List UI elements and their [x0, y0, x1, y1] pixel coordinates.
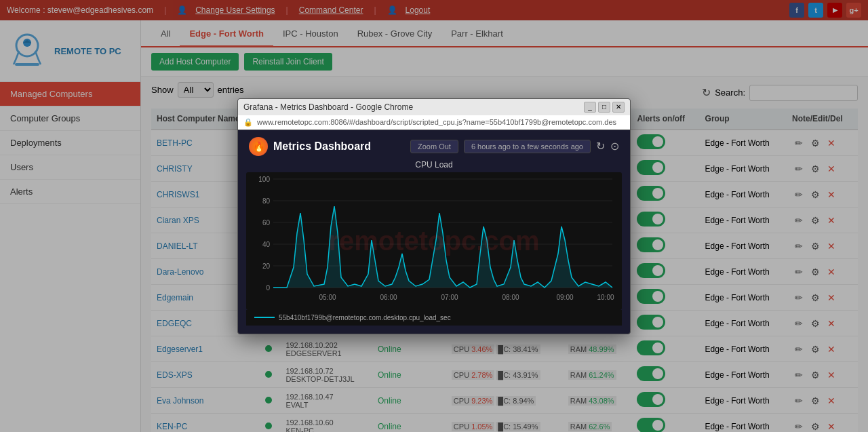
cpu-chart: 100 80 60 40 20 0 05:00 06:00 07:00 08:0…	[246, 172, 623, 308]
svg-text:09:00: 09:00	[556, 294, 573, 301]
legend-line	[254, 317, 275, 318]
window-close-button[interactable]: ✕	[612, 102, 625, 113]
legend-text: 55b410bf1799b@remotetopc.com.desktop.cpu…	[279, 314, 451, 321]
grafana-flame-icon: 🔥	[249, 137, 268, 156]
grafana-dashboard-title: Metrics Dashboard	[273, 140, 371, 153]
window-minimize-button[interactable]: _	[584, 102, 596, 113]
chart-legend: 55b410bf1799b@remotetopc.com.desktop.cpu…	[246, 310, 622, 326]
window-maximize-button[interactable]: □	[598, 102, 610, 113]
grafana-menu-icon[interactable]: ⊙	[610, 140, 619, 153]
svg-text:07:00: 07:00	[441, 294, 458, 301]
svg-text:40: 40	[262, 241, 271, 248]
zoom-out-button[interactable]: Zoom Out	[410, 140, 458, 153]
grafana-overlay[interactable]: Grafana - Metrics Dashboard - Google Chr…	[0, 0, 868, 432]
cpu-load-label: CPU Load	[246, 160, 622, 170]
svg-marker-21	[273, 206, 612, 288]
address-text: www.remotetopc.com:8086/#/dashboard/scri…	[257, 118, 616, 126]
svg-text:0: 0	[266, 284, 270, 292]
refresh-grafana-icon[interactable]: ↻	[596, 140, 605, 153]
svg-text:08:00: 08:00	[502, 294, 519, 301]
svg-text:100: 100	[258, 176, 270, 183]
grafana-window: Grafana - Metrics Dashboard - Google Chr…	[237, 98, 631, 334]
lock-icon: 🔒	[243, 118, 253, 127]
grafana-titlebar: Grafana - Metrics Dashboard - Google Chr…	[238, 99, 630, 115]
grafana-title-text: Grafana - Metrics Dashboard - Google Chr…	[243, 102, 578, 112]
grafana-chart-container: CPU Load remotetopc.com 100 80 60 40	[238, 160, 630, 334]
chart-area: remotetopc.com 100 80 60 40 20 0	[246, 172, 622, 310]
svg-text:20: 20	[262, 262, 271, 270]
grafana-addressbar: 🔒 www.remotetopc.com:8086/#/dashboard/sc…	[238, 115, 630, 130]
svg-text:60: 60	[262, 219, 271, 227]
grafana-header: 🔥 Metrics Dashboard Zoom Out 6 hours ago…	[238, 130, 630, 160]
svg-text:80: 80	[262, 197, 271, 205]
time-range-label: 6 hours ago to a few seconds ago	[464, 140, 591, 153]
svg-text:06:00: 06:00	[380, 294, 397, 301]
svg-text:10:00: 10:00	[597, 294, 614, 301]
svg-text:05:00: 05:00	[319, 294, 336, 301]
